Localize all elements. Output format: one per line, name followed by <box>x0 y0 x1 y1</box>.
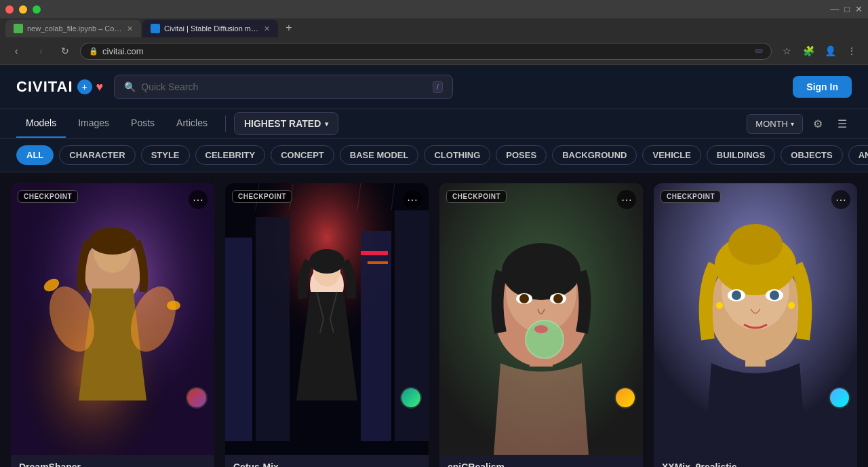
avatar-image-xxmix <box>830 388 849 407</box>
card-avatar-dreamshaper <box>186 387 208 409</box>
forward-button[interactable]: › <box>31 41 50 60</box>
card-info-xxmix: XXMix_9realistic ★★★★★ 193 ♥ 4.5K 💬 36 ⬇… <box>654 455 857 467</box>
svg-point-31 <box>519 294 529 303</box>
cat-buildings[interactable]: BUILDINGS <box>707 145 776 165</box>
cat-animal[interactable]: ANIMAL <box>848 145 868 165</box>
model-card-inner-xxmix: CHECKPOINT ⋯ <box>654 183 857 455</box>
nav-tab-posts[interactable]: Posts <box>121 109 164 138</box>
search-bar[interactable]: 🔍 Quick Search / <box>114 75 453 99</box>
cat-base-model[interactable]: BASE MODEL <box>340 145 419 165</box>
card-avatar-xxmix <box>829 387 850 409</box>
card-info-epic: epiCRealism ★★★★★ 305 ♥ 3.4K 💬 91 ⬇ 59K <box>439 455 643 467</box>
new-tab-button[interactable]: + <box>279 18 298 37</box>
svg-point-29 <box>502 243 580 300</box>
app-container: CIVITAI + ♥ 🔍 Quick Search / Sign In Mod… <box>0 65 868 467</box>
window-control-close[interactable]: ✕ <box>855 4 863 14</box>
search-shortcut: / <box>433 81 443 93</box>
maximize-btn[interactable] <box>33 5 41 14</box>
model-image-svg-xxmix <box>654 183 857 455</box>
model-card-inner-epic: CHECKPOINT ⋯ <box>439 183 643 455</box>
svg-point-36 <box>534 325 548 333</box>
browser-tab-2[interactable]: Civitai | Stable Diffusion models... ✕ <box>142 20 278 37</box>
profile-icon[interactable]: 👤 <box>821 41 840 60</box>
card-title-cetus: Cetus-Mix <box>233 462 420 467</box>
tab1-close[interactable]: ✕ <box>127 24 133 33</box>
back-button[interactable]: ‹ <box>7 41 26 60</box>
window-control-min[interactable]: — <box>830 4 839 14</box>
model-image-svg <box>11 183 214 455</box>
menu-icon[interactable]: ⋮ <box>842 41 861 60</box>
cat-style[interactable]: STYLE <box>141 145 190 165</box>
cat-concept[interactable]: CONCEPT <box>271 145 334 165</box>
window-controls <box>5 5 41 14</box>
avatar-image-cetus <box>401 388 420 407</box>
browser-chrome: — □ ✕ new_colab_file.ipynb – Colabora...… <box>0 0 868 65</box>
svg-rect-13 <box>256 217 290 441</box>
model-card-xxmix[interactable]: CHECKPOINT ⋯ XXMix_9realistic ★★★★★ 193 … <box>654 183 857 467</box>
window-control-max[interactable]: □ <box>844 4 850 14</box>
cat-clothing[interactable]: CLOTHING <box>424 145 490 165</box>
nav-separator <box>225 115 226 132</box>
card-menu-button-dreamshaper[interactable]: ⋯ <box>189 190 208 209</box>
browser-toolbar: ‹ › ↻ 🔒 civitai.com ☆ 🧩 👤 ⋮ <box>0 37 868 64</box>
tab2-title: Civitai | Stable Diffusion models... <box>164 24 260 33</box>
card-menu-button-xxmix[interactable]: ⋯ <box>831 190 850 209</box>
svg-point-33 <box>553 294 563 303</box>
cat-poses[interactable]: POSES <box>496 145 547 165</box>
sort-filter-label: HIGHEST RATED <box>244 118 321 129</box>
sign-in-button[interactable]: Sign In <box>793 76 852 98</box>
svg-rect-12 <box>225 238 252 441</box>
nav-tab-articles[interactable]: Articles <box>167 109 217 138</box>
cat-all[interactable]: ALL <box>16 145 54 165</box>
avatar-image <box>187 388 206 407</box>
model-card-epic[interactable]: CHECKPOINT ⋯ epiCRealism ★★★★★ 305 ♥ 3.4… <box>439 183 643 467</box>
svg-point-46 <box>770 291 779 300</box>
card-image-xxmix <box>654 183 857 455</box>
reload-button[interactable]: ↻ <box>56 41 75 60</box>
cat-background[interactable]: BACKGROUND <box>552 145 637 165</box>
sort-filter-button[interactable]: HIGHEST RATED ▾ <box>234 112 338 135</box>
card-title-dreamshaper: DreamShaper <box>19 462 206 467</box>
category-bar: ALL CHARACTER STYLE CELEBRITY CONCEPT BA… <box>0 138 868 172</box>
cat-character[interactable]: CHARACTER <box>59 145 135 165</box>
cat-objects[interactable]: OBJECTS <box>781 145 842 165</box>
address-bar[interactable]: 🔒 civitai.com <box>80 43 772 60</box>
period-chevron-icon: ▾ <box>791 120 794 128</box>
card-title-epic: epiCRealism <box>448 462 635 467</box>
nav-tabs: Models Images Posts Articles HIGHEST RAT… <box>0 109 868 138</box>
lock-icon: 🔒 <box>89 47 98 56</box>
models-grid: CHECKPOINT ⋯ DreamShaper ★★★★★ 225 <box>0 172 868 467</box>
filter-icon-button[interactable]: ⚙ <box>808 114 827 133</box>
model-card-inner: CHECKPOINT ⋯ <box>11 183 214 455</box>
chevron-down-icon: ▾ <box>325 120 328 128</box>
close-btn[interactable] <box>5 5 14 14</box>
logo-plus-button[interactable]: + <box>77 79 92 94</box>
tab1-title: new_colab_file.ipynb – Colabora... <box>27 24 123 33</box>
period-label: MONTH <box>755 119 788 129</box>
card-info-dreamshaper: DreamShaper ★★★★★ 225 <box>11 455 214 467</box>
model-card-dreamshaper[interactable]: CHECKPOINT ⋯ DreamShaper ★★★★★ 225 <box>11 183 214 467</box>
toolbar-actions: ☆ 🧩 👤 ⋮ <box>777 41 861 60</box>
model-image-svg-cetus <box>225 183 429 455</box>
browser-tab-1[interactable]: new_colab_file.ipynb – Colabora... ✕ <box>5 20 141 37</box>
extension-icon[interactable]: 🧩 <box>799 41 818 60</box>
view-controls: MONTH ▾ ⚙ ☰ <box>747 114 852 134</box>
nav-tab-models[interactable]: Models <box>16 109 66 138</box>
model-card-cetus[interactable]: CHECKPOINT ⋯ Cetus-Mix ★★★★★ 225 ♥ 2.7K … <box>225 183 429 467</box>
address-text: civitai.com <box>102 46 144 56</box>
card-menu-button-cetus[interactable]: ⋯ <box>403 190 422 209</box>
svg-point-48 <box>788 302 795 309</box>
cat-celebrity[interactable]: CELEBRITY <box>195 145 266 165</box>
minimize-btn[interactable] <box>19 5 27 14</box>
card-menu-button-epic[interactable]: ⋯ <box>617 190 636 209</box>
tab2-favicon <box>151 24 160 33</box>
cat-vehicle[interactable]: VEHICLE <box>642 145 701 165</box>
card-image-cetus <box>225 183 429 455</box>
period-filter-button[interactable]: MONTH ▾ <box>747 114 803 134</box>
bookmark-star-icon[interactable]: ☆ <box>777 41 796 60</box>
layout-icon-button[interactable]: ☰ <box>833 114 852 133</box>
tab2-close[interactable]: ✕ <box>264 24 270 33</box>
checkpoint-badge-dreamshaper: CHECKPOINT <box>18 190 78 203</box>
nav-tab-images[interactable]: Images <box>68 109 119 138</box>
logo-heart-icon[interactable]: ♥ <box>96 80 104 94</box>
